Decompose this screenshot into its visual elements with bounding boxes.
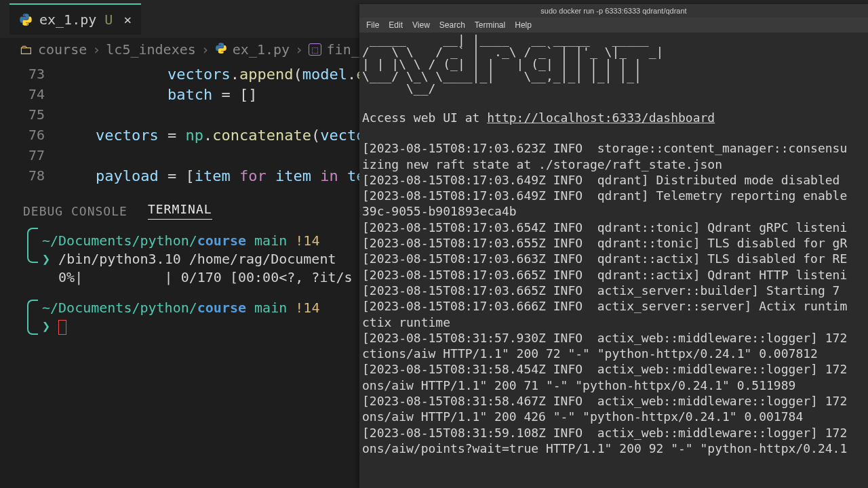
line-number: 77 [0,147,60,163]
log-line: ons/aiw HTTP/1.1" 200 71 "-" "python-htt… [362,378,868,393]
tab-debug-console[interactable]: DEBUG CONSOLE [23,204,127,218]
log-line: [2023-08-15T08:17:03.655Z INFO qdrant::t… [362,235,868,251]
log-line: [2023-08-15T08:17:03.649Z INFO qdrant] D… [362,172,868,188]
ascii-logo: _____ __| |____ __ _____ _____ / \ \ / _… [362,34,868,95]
log-line: ctix runtime [362,314,868,330]
folder-icon: 🗀 [19,41,33,58]
tab-modified: U [104,12,113,28]
log-line: ctions/aiw HTTP/1.1" 200 72 "-" "python-… [362,346,868,361]
log-line: [2023-08-15T08:17:03.663Z INFO qdrant::a… [362,251,868,266]
symbol-icon: ⬚ [309,43,321,56]
terminal-output[interactable]: _____ __| |____ __ _____ _____ / \ \ / _… [359,33,868,488]
line-number: 76 [0,127,60,143]
menu-edit[interactable]: Edit [389,20,403,30]
line-number: 74 [0,86,60,102]
log-line: [2023-08-15T08:31:58.467Z INFO actix_web… [362,393,868,409]
log-line: [2023-08-15T08:31:57.930Z INFO actix_web… [362,330,868,346]
window-title: sudo docker run -p 6333:6333 qdrant/qdra… [359,4,868,18]
tab-filename: ex_1.py [39,12,96,28]
menu-file[interactable]: File [366,20,379,30]
cursor [58,320,66,335]
breadcrumb-part[interactable]: lc5_indexes [106,41,195,58]
log-line: [2023-08-15T08:17:03.665Z INFO qdrant::a… [362,267,868,283]
menu-terminal[interactable]: Terminal [475,20,505,30]
line-number: 75 [0,106,60,123]
log-line: ons/aiw/points?wait=true HTTP/1.1" 200 9… [362,441,868,456]
close-icon[interactable]: × [123,12,132,28]
chevron-right-icon: › [201,41,210,58]
log-line: [2023-08-15T08:17:03.666Z INFO actix_ser… [362,298,868,314]
menu-search[interactable]: Search [439,20,465,30]
menu-bar: File Edit View Search Terminal Help [359,18,868,33]
line-number: 73 [0,66,60,82]
log-line: ons/aiw HTTP/1.1" 200 426 "-" "python-ht… [362,409,868,424]
log-line: [2023-08-15T08:31:59.108Z INFO actix_web… [362,425,868,441]
python-icon [19,13,33,26]
chevron-right-icon: › [92,41,100,58]
log-line: [2023-08-15T08:17:03.665Z INFO actix_ser… [362,283,868,298]
editor-tab[interactable]: ex_1.py U × [9,3,141,35]
breadcrumb-part[interactable]: course [38,41,87,58]
python-icon [215,41,227,58]
prompt-decoration [27,228,38,263]
menu-help[interactable]: Help [515,20,532,30]
menu-view[interactable]: View [412,20,430,30]
log-line: [2023-08-15T08:17:03.623Z INFO storage::… [362,140,868,156]
log-line: [2023-08-15T08:31:58.454Z INFO actix_web… [362,361,868,377]
line-number: 78 [0,167,60,184]
external-terminal-window: sudo docker run -p 6333:6333 qdrant/qdra… [359,4,868,488]
log-line: [2023-08-15T08:17:03.649Z INFO qdrant] T… [362,188,868,203]
breadcrumb-part[interactable]: ex_1.py [233,41,290,58]
chevron-right-icon: › [295,41,303,58]
log-line: [2023-08-15T08:17:03.654Z INFO qdrant::t… [362,220,868,235]
tab-terminal[interactable]: TERMINAL [148,202,212,220]
prompt-decoration [27,300,38,335]
dashboard-link[interactable]: http://localhost:6333/dashboard [487,110,715,125]
log-line: 39c-9055-b901893eca4b [362,203,868,219]
log-line: izing new raft state at ./storage/raft_s… [362,157,868,172]
